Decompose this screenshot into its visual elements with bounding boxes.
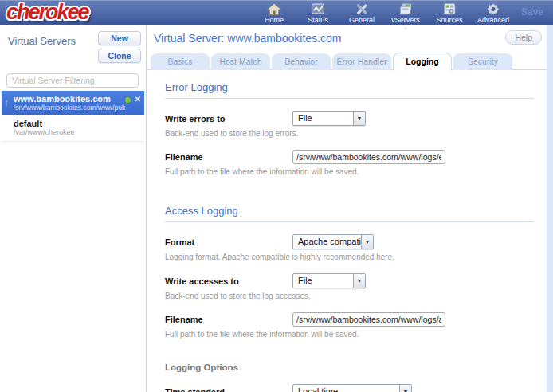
virtual-servers-sidebar: Virtual Servers New Clone ↑ www.bambooki… [0, 25, 147, 392]
write-accesses-row: Write accesses to File ▼ [165, 273, 534, 288]
write-errors-label: Write errors to [165, 114, 292, 123]
close-icon[interactable]: ✕ [135, 95, 141, 104]
help-button[interactable]: Help [505, 30, 542, 45]
vservers-icon [386, 2, 426, 16]
nav-label: General [349, 16, 375, 24]
section-heading-access-logging: Access Logging [165, 197, 534, 222]
drag-handle-icon[interactable]: ↑ [4, 97, 9, 108]
tab-security[interactable]: Security [453, 53, 512, 70]
write-errors-select[interactable]: File ▼ [292, 111, 366, 126]
server-name: www.bambookites.com [14, 94, 125, 104]
tab-error-handler[interactable]: Error Handler [332, 53, 391, 70]
nav-item-home[interactable]: Home [254, 2, 294, 24]
write-accesses-label: Write accesses to [165, 276, 292, 286]
main-header: Virtual Server: www.bambookites.com Help [147, 25, 553, 48]
server-list: ↑ www.bambookites.com /srv/www/bambookit… [2, 91, 144, 142]
nav-item-advanced[interactable]: Advanced [473, 2, 513, 24]
sub-heading-logging-options: Logging Options [165, 363, 534, 372]
select-value: File [293, 274, 353, 288]
write-accesses-help: Back-end used to store the log accesses. [165, 292, 534, 300]
general-icon [342, 2, 382, 16]
server-name: default [14, 119, 139, 128]
error-filename-help: Full path to the file where the informat… [165, 167, 534, 176]
nav-label: Status [308, 16, 328, 24]
home-icon [254, 2, 294, 16]
time-standard-label: Time standard [165, 387, 292, 392]
status-dot-icon [125, 97, 131, 103]
access-filename-help: Full path to the file where the informat… [165, 330, 534, 339]
server-item-default[interactable]: default /var/www/cherokee [2, 115, 144, 142]
nav-item-general[interactable]: General [342, 2, 382, 24]
nav-label: vServers [391, 16, 420, 24]
nav-label: Home [265, 16, 284, 24]
advanced-icon [473, 2, 513, 16]
logging-form: Error Logging Write errors to File ▼ Bac… [147, 70, 553, 392]
server-path: /var/www/cherokee [14, 128, 139, 136]
sources-icon [429, 2, 469, 16]
format-label: Format [165, 237, 292, 247]
nav-label: Advanced [477, 16, 509, 24]
select-value: File [293, 112, 353, 125]
section-heading-error-logging: Error Logging [165, 73, 534, 99]
write-errors-row: Write errors to File ▼ [165, 111, 534, 126]
new-button[interactable]: New [98, 31, 141, 45]
server-item-bambookites[interactable]: ↑ www.bambookites.com /srv/www/bambookit… [2, 91, 144, 115]
chevron-down-icon: ▼ [353, 274, 365, 288]
virtual-server-filter-input[interactable] [6, 73, 139, 88]
format-help: Logging format. Apache compatible is hig… [165, 253, 534, 261]
page-title: Virtual Server: www.bambookites.com [154, 32, 342, 45]
chevron-down-icon: ▼ [353, 112, 365, 125]
clone-button[interactable]: Clone [98, 49, 141, 63]
active-section-marker: ▲ [403, 25, 408, 30]
nav-label: Sources [436, 16, 462, 24]
scrollbar[interactable] [547, 25, 553, 392]
access-filename-input[interactable] [292, 312, 445, 327]
tab-logging[interactable]: Logging [393, 53, 452, 71]
nav-item-status[interactable]: Status [298, 2, 338, 24]
tab-bar: Basics Host Match Behavior Error Handler… [147, 52, 553, 70]
main-nav: Home Status General vServers ▲ Sources [254, 2, 513, 24]
status-icon [298, 2, 338, 16]
select-value: Local time [293, 385, 399, 392]
error-filename-label: Filename [165, 152, 292, 162]
tab-behavior[interactable]: Behavior [272, 53, 331, 70]
access-filename-row: Filename [165, 312, 534, 327]
error-filename-row: Filename [165, 150, 534, 164]
sidebar-title: Virtual Servers [8, 35, 76, 47]
format-row: Format Apache compatible ▼ [165, 234, 534, 249]
format-select[interactable]: Apache compatible ▼ [292, 234, 374, 249]
time-standard-select[interactable]: Local time ▼ [292, 384, 412, 392]
chevron-down-icon: ▼ [399, 385, 411, 392]
main-panel: Virtual Server: www.bambookites.com Help… [147, 25, 553, 392]
server-path: /srv/www/bambookites.com/www/public_htm [14, 104, 125, 112]
write-errors-help: Back-end used to store the log errors. [165, 129, 534, 138]
error-filename-input[interactable] [292, 150, 445, 164]
nav-item-sources[interactable]: Sources [429, 2, 469, 24]
access-filename-label: Filename [165, 315, 292, 324]
save-button[interactable]: Save [521, 6, 543, 18]
chevron-down-icon: ▼ [361, 235, 373, 249]
sidebar-header: Virtual Servers New Clone [0, 25, 146, 67]
tab-host-match[interactable]: Host Match [211, 53, 270, 70]
select-value: Apache compatible [293, 235, 361, 249]
write-accesses-select[interactable]: File ▼ [292, 273, 366, 288]
nav-item-vservers[interactable]: vServers ▲ [386, 2, 426, 24]
tab-basics[interactable]: Basics [151, 53, 210, 70]
time-standard-row: Time standard Local time ▼ [165, 384, 534, 392]
cherokee-logo[interactable]: cherokee [6, 0, 88, 25]
